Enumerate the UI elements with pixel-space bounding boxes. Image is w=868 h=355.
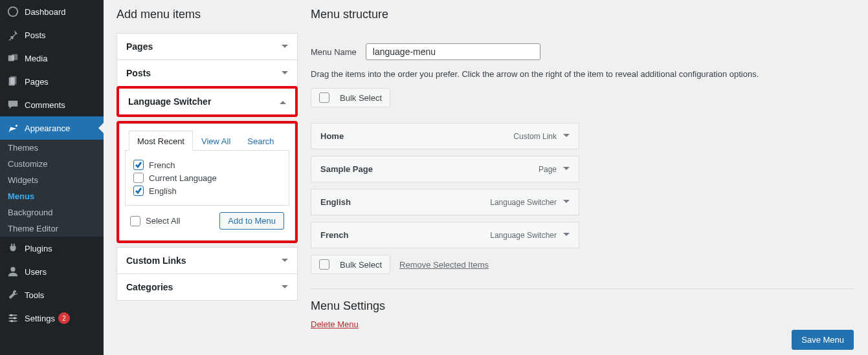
add-to-menu-button[interactable]: Add to Menu	[219, 212, 284, 230]
panel-head-posts[interactable]: Posts	[117, 60, 297, 86]
settings-badge: 2	[58, 312, 70, 324]
panel-head-categories[interactable]: Categories	[117, 274, 297, 300]
sidebar-item-pages[interactable]: Pages	[0, 70, 104, 93]
sidebar-item-label: Plugins	[25, 244, 52, 253]
lang-row-english[interactable]: English	[133, 186, 281, 196]
main-content: Add menu items Pages Posts Language Swit…	[104, 0, 868, 355]
remove-selected-link[interactable]: Remove Selected Items	[399, 260, 489, 270]
svg-rect-4	[10, 76, 16, 85]
panel-categories: Categories	[117, 274, 298, 301]
bulk-select-bottom[interactable]: Bulk Select	[311, 255, 390, 274]
users-icon	[6, 265, 19, 278]
sidebar-item-label: Posts	[25, 30, 46, 40]
panel-posts: Posts	[117, 59, 298, 87]
panel-head-custom-links[interactable]: Custom Links	[117, 248, 297, 274]
sidebar-sub-menus[interactable]: Menus	[0, 188, 104, 204]
checkbox-icon[interactable]	[319, 259, 329, 270]
sidebar-item-comments[interactable]: Comments	[0, 93, 104, 116]
sidebar-sub-theme-editor[interactable]: Theme Editor	[0, 221, 104, 237]
chevron-down-icon[interactable]	[563, 167, 570, 173]
menu-name-label: Menu Name	[311, 47, 357, 57]
chevron-down-icon[interactable]	[563, 200, 570, 206]
sidebar-item-settings[interactable]: Settings 2	[0, 307, 104, 330]
menu-item-type: Language Switcher	[490, 231, 557, 240]
bulk-select-top[interactable]: Bulk Select	[311, 88, 390, 107]
sidebar-sub-themes[interactable]: Themes	[0, 140, 104, 156]
menu-item-label: Sample Page	[320, 164, 373, 174]
menu-item[interactable]: French Language Switcher	[311, 222, 579, 248]
menu-structure-title: Menu structure	[311, 0, 855, 33]
panel-label: Posts	[126, 68, 151, 78]
lang-row-french[interactable]: French	[133, 160, 281, 170]
menu-structure-description: Drag the items into the order you prefer…	[311, 69, 855, 79]
sidebar-item-label: Pages	[25, 77, 49, 87]
sidebar-item-label: Appearance	[25, 124, 70, 133]
chevron-down-icon[interactable]	[563, 233, 570, 239]
sidebar-item-appearance[interactable]: Appearance	[0, 116, 104, 140]
menu-item[interactable]: Sample Page Page	[311, 156, 579, 182]
lang-label: French	[149, 160, 175, 170]
checkbox-icon[interactable]	[133, 173, 144, 183]
panel-custom-links: Custom Links	[117, 247, 298, 274]
menu-item[interactable]: English Language Switcher	[311, 189, 579, 215]
chevron-down-icon[interactable]	[563, 134, 570, 140]
sidebar-item-label: Media	[25, 54, 47, 63]
menu-item-label: Home	[320, 131, 344, 141]
save-menu-button[interactable]: Save Menu	[792, 330, 854, 350]
sidebar-sub-background[interactable]: Background	[0, 204, 104, 221]
checkbox-icon[interactable]	[130, 216, 140, 226]
panel-label: Language Switcher	[128, 96, 211, 107]
svg-point-11	[10, 320, 13, 323]
panel-label: Custom Links	[126, 255, 186, 266]
panel-label: Categories	[126, 282, 173, 292]
chevron-down-icon	[282, 259, 288, 265]
svg-point-5	[10, 267, 15, 272]
pages-icon	[6, 75, 19, 88]
checkbox-icon[interactable]	[319, 92, 329, 103]
panel-head-pages[interactable]: Pages	[117, 34, 297, 59]
panel-label: Pages	[126, 41, 153, 52]
pin-icon	[6, 28, 19, 41]
sidebar-item-posts[interactable]: Posts	[0, 23, 104, 47]
delete-menu-link[interactable]: Delete Menu	[311, 319, 359, 329]
sidebar-item-label: Tools	[25, 290, 44, 300]
admin-sidebar: Dashboard Posts Media Pages Comments App…	[0, 0, 104, 355]
tab-search[interactable]: Search	[239, 131, 282, 151]
tab-most-recent[interactable]: Most Recent	[129, 131, 193, 151]
menu-item-type: Custom Link	[513, 132, 557, 141]
lang-label: Current Language	[149, 173, 217, 183]
comments-icon	[6, 98, 19, 111]
sidebar-item-label: Dashboard	[25, 7, 66, 17]
select-all-label: Select All	[146, 216, 180, 226]
sidebar-item-media[interactable]: Media	[0, 47, 104, 70]
menu-item-label: French	[320, 230, 348, 240]
panel-pages: Pages	[117, 33, 298, 60]
sidebar-item-label: Users	[25, 267, 47, 277]
bulk-select-label: Bulk Select	[340, 260, 382, 270]
select-all-row[interactable]: Select All	[130, 216, 180, 226]
sidebar-sub-widgets[interactable]: Widgets	[0, 172, 104, 188]
menu-item[interactable]: Home Custom Link	[311, 123, 579, 149]
menu-name-input[interactable]	[366, 43, 540, 60]
menu-settings-title: Menu Settings	[311, 299, 855, 313]
menu-item-label: English	[320, 197, 351, 207]
lang-row-current[interactable]: Current Language	[133, 173, 281, 183]
sidebar-item-plugins[interactable]: Plugins	[0, 237, 104, 260]
svg-rect-2	[12, 54, 17, 60]
panel-body-language-switcher-highlighted: Most Recent View All Search French Curre…	[117, 121, 298, 243]
menu-items-list: Home Custom Link Sample Page Page Englis…	[311, 123, 579, 248]
svg-point-10	[14, 317, 16, 319]
sidebar-sub-customize[interactable]: Customize	[0, 156, 104, 172]
menu-item-type: Language Switcher	[490, 198, 557, 207]
sidebar-item-dashboard[interactable]: Dashboard	[0, 0, 104, 23]
panel-head-language-switcher[interactable]: Language Switcher	[119, 89, 295, 114]
chevron-down-icon	[282, 71, 288, 78]
tools-icon	[6, 288, 19, 301]
sidebar-item-tools[interactable]: Tools	[0, 283, 104, 307]
tab-view-all[interactable]: View All	[193, 131, 239, 151]
checkbox-icon[interactable]	[133, 186, 144, 196]
checkbox-icon[interactable]	[133, 160, 144, 170]
menu-item-type: Page	[539, 165, 557, 174]
sidebar-item-label: Comments	[25, 100, 65, 110]
sidebar-item-users[interactable]: Users	[0, 260, 104, 283]
